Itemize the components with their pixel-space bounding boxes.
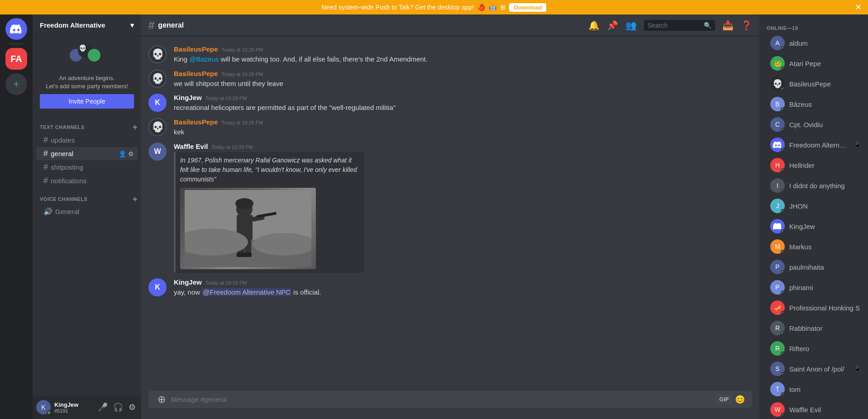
banner-close-button[interactable]: ✕ — [855, 3, 862, 11]
member-item-saint-anon[interactable]: S Saint Anon of /pol/ 📱 — [763, 359, 864, 379]
voice-channels-header[interactable]: VOICE CHANNELS + — [33, 188, 141, 205]
announcement-banner: Need system-wide Push to Talk? Get the d… — [0, 0, 868, 14]
server-list: FA + — [0, 14, 33, 419]
help-icon[interactable]: ❓ — [741, 20, 752, 31]
member-item-phinami[interactable]: P phinami — [763, 277, 864, 297]
message-text: recreational helicopters are permitted a… — [174, 103, 752, 113]
member-item-hellrider[interactable]: H Hellrider — [763, 155, 864, 175]
member-item-professional-honking[interactable]: 🎺 Professional Honking S — [763, 298, 864, 318]
invite-section: 💀 An adventure begins.Let's add some par… — [33, 43, 141, 116]
channel-item-updates[interactable]: # updates — [36, 133, 138, 147]
member-name: I didnt do anything — [789, 182, 861, 190]
status-dot — [781, 229, 785, 233]
member-avatar: P — [770, 260, 785, 274]
channel-item-notifications[interactable]: # notifications — [36, 174, 138, 187]
message-text: kek — [174, 128, 752, 137]
download-button[interactable]: Download — [509, 3, 546, 12]
message-time: Today at 10:33 PM — [205, 280, 247, 286]
user-settings-button[interactable]: ⚙ — [127, 401, 138, 413]
pinned-messages-icon[interactable]: 📌 — [607, 20, 618, 31]
member-name: tom — [789, 386, 861, 393]
member-name: JHON — [789, 202, 861, 210]
message-author: KingJew — [174, 94, 202, 101]
header-actions: 🔔 📌 👥 🔍 📥 ❓ — [588, 20, 752, 31]
member-item-tom[interactable]: T tom — [763, 379, 864, 399]
member-item-atari-pepe[interactable]: 🐸 Atari Pepe — [763, 53, 864, 73]
member-name: BasileusPepe — [789, 80, 861, 88]
member-item-markus[interactable]: M Markus — [763, 237, 864, 257]
mention-link[interactable]: @Bazeus — [189, 55, 219, 63]
mention-link[interactable]: @Freedoom Alternative NPC — [202, 288, 291, 296]
add-text-channel-button[interactable]: + — [133, 123, 138, 131]
member-item-rabbinator[interactable]: R Rabbinator — [763, 318, 864, 338]
add-voice-channel-button[interactable]: + — [133, 195, 138, 203]
status-dot — [781, 67, 785, 71]
attach-file-button[interactable]: ⊕ — [156, 392, 167, 407]
channel-item-general[interactable]: # general 👤 ⚙ — [36, 147, 138, 160]
member-item-cpt-ovidiu[interactable]: C Cpt. Ovidiu — [763, 114, 864, 134]
member-avatar: S — [770, 362, 785, 376]
deafen-button[interactable]: 🎧 — [111, 401, 125, 413]
member-item-jhon[interactable]: J JHON — [763, 196, 864, 216]
message-embed: In 1967, Polish mercenary Rafal Ganowicz… — [174, 152, 364, 273]
message-input-wrapper: ⊕ GIF 😊 — [148, 390, 752, 408]
status-dot — [781, 148, 785, 152]
message-group: W Waffle Evil Today at 10:29 PM In 1967,… — [141, 141, 759, 275]
mute-button[interactable]: 🎤 — [96, 401, 110, 413]
svg-point-4 — [235, 198, 253, 209]
status-dot — [781, 331, 785, 335]
member-item-kingjew[interactable]: KingJew — [763, 216, 864, 236]
member-name: Waffle Evil — [789, 406, 861, 414]
discord-home-button[interactable] — [5, 18, 27, 40]
message-content: KingJew Today at 10:29 PM recreational h… — [174, 94, 752, 113]
banner-text: Need system-wide Push to Talk? Get the d… — [322, 4, 474, 11]
message-time: Today at 10:29 PM — [205, 95, 247, 101]
add-server-button[interactable]: + — [5, 73, 27, 95]
message-time: Today at 10:29 PM — [211, 144, 253, 150]
member-item-paulmihaita[interactable]: P paulmihaita — [763, 257, 864, 277]
status-dot — [781, 128, 785, 132]
search-input[interactable] — [648, 22, 702, 29]
message-content: KingJew Today at 10:33 PM yay, now @Free… — [174, 278, 752, 297]
emoji-button[interactable]: 😊 — [735, 395, 745, 405]
member-avatar: R — [770, 341, 785, 356]
message-header: BasileusPepe Today at 10:29 PM — [174, 45, 752, 53]
member-avatar: A — [770, 36, 785, 50]
member-item-basileuspepe[interactable]: 💀 BasileusPepe — [763, 74, 864, 94]
channel-item-shitposting[interactable]: # shitposting — [36, 161, 138, 174]
status-dot — [781, 372, 785, 376]
message-input-field[interactable] — [171, 390, 713, 408]
search-wrapper: 🔍 — [644, 20, 715, 31]
input-actions: GIF 😊 — [717, 395, 745, 405]
current-user-avatar: K — [36, 400, 51, 414]
message-header: KingJew Today at 10:33 PM — [174, 278, 752, 286]
voice-channel-general[interactable]: 🔊 General — [36, 205, 138, 218]
main-content: # general 🔔 📌 👥 🔍 📥 ❓ 💀 — [141, 14, 759, 419]
members-list-icon[interactable]: 👥 — [625, 20, 637, 31]
member-item-riftero[interactable]: R Riftero — [763, 338, 864, 358]
member-avatar: 💀 — [770, 76, 785, 91]
server-name-header[interactable]: Freedom Alternative ▾ — [33, 14, 141, 36]
embed-quote-text: In 1967, Polish mercenary Rafal Ganowicz… — [180, 156, 359, 184]
inbox-icon[interactable]: 📥 — [722, 20, 734, 31]
server-icon-freedom-alternative[interactable]: FA — [5, 48, 27, 70]
member-item-waffle-evil[interactable]: W Waffle Evil — [763, 400, 864, 419]
member-item-freedoom-alternative[interactable]: Freedoom Alternat... 📱 — [763, 135, 864, 155]
channel-add-member-icon[interactable]: 👤 — [119, 150, 126, 157]
member-item-i-didnt[interactable]: I I didnt do anything — [763, 176, 864, 195]
channel-header: # general 🔔 📌 👥 🔍 📥 ❓ — [141, 14, 759, 36]
member-name: Saint Anon of /pol/ — [789, 365, 849, 373]
member-item-bazeus[interactable]: B Bāzeus — [763, 94, 864, 114]
channel-settings-icon[interactable]: ⚙ — [128, 150, 134, 157]
text-channels-header[interactable]: TEXT CHANNELS + — [33, 116, 141, 133]
message-content: BasileusPepe Today at 10:29 PM King @Baz… — [174, 45, 752, 64]
gif-button[interactable]: GIF — [717, 395, 731, 404]
message-avatar: W — [148, 143, 167, 161]
message-author: KingJew — [174, 278, 202, 286]
invite-people-button[interactable]: Invite People — [40, 94, 134, 109]
member-item-aldum[interactable]: A aldum — [763, 33, 864, 53]
notification-bell-icon[interactable]: 🔔 — [588, 20, 600, 31]
server-divider — [9, 43, 24, 44]
member-avatar: B — [770, 97, 785, 111]
status-dot — [781, 352, 785, 356]
